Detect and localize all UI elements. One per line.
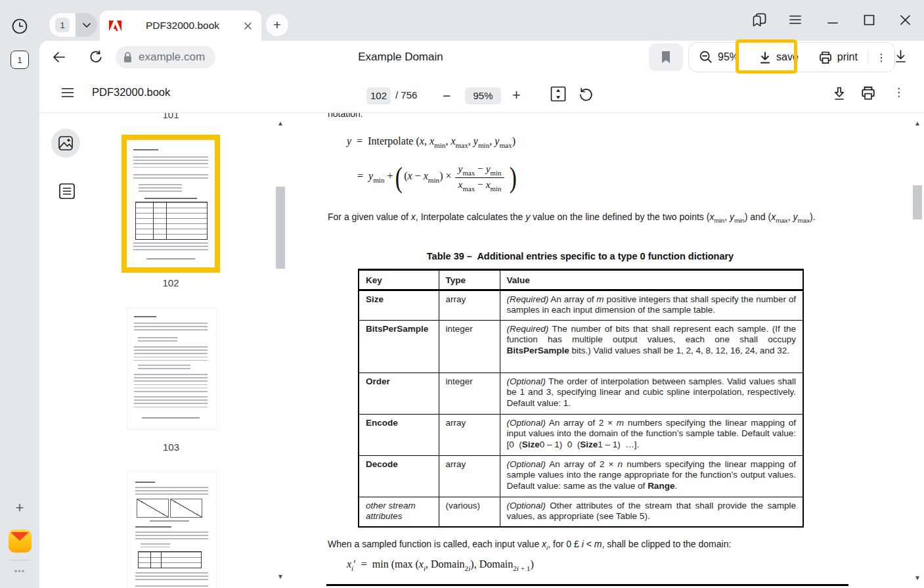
thumbnail-page-104[interactable]: [127, 472, 217, 588]
pdf-viewer: 101 102 103: [39, 113, 924, 588]
formula-prefix: = ymin +: [357, 170, 393, 184]
close-window-icon[interactable]: [896, 8, 913, 32]
zoom-control[interactable]: 95%: [689, 43, 749, 72]
main-scroll-up-icon[interactable]: ▲: [912, 120, 923, 127]
more-actions-icon[interactable]: ⋮: [868, 43, 894, 72]
url-bar[interactable]: example.com: [116, 46, 215, 68]
pdf-doc-title: PDF32000.book: [92, 86, 170, 99]
fit-page-icon[interactable]: [549, 85, 567, 103]
rail-divider: [9, 560, 30, 560]
rail-add-icon[interactable]: +: [12, 500, 28, 516]
image-icon: [57, 135, 74, 152]
fraction: ymax − ymin xmax − xmin: [455, 162, 505, 193]
interpolate-formula-line1: y = Interpolate (x, xmin, xmax, ymin, ym…: [347, 135, 516, 149]
print-label: print: [837, 51, 858, 63]
table39-caption: Table 39 – Additional entries specific t…: [358, 251, 803, 261]
save-button[interactable]: save: [749, 43, 808, 72]
col-type: Type: [439, 270, 500, 290]
lock-icon: [122, 51, 133, 64]
outline-view-button[interactable]: [56, 180, 78, 202]
page-actions-group: 95% save print ⋮: [688, 42, 895, 72]
url-text: example.com: [139, 51, 205, 64]
row-key: Encode: [359, 414, 439, 455]
tab-group-badge: 1: [55, 18, 70, 32]
main-scroll-down-icon[interactable]: ▼: [912, 574, 923, 581]
bookmark-button[interactable]: [649, 43, 683, 71]
tab-group-expand[interactable]: [76, 13, 97, 37]
yandex-mail-icon[interactable]: [9, 530, 32, 553]
row-key: Order: [359, 373, 439, 414]
chevron-down-icon: [82, 22, 91, 28]
pdf-toolbar: PDF32000.book 102 / 756 − 95% + ⋮: [39, 74, 924, 113]
pdf-print-icon[interactable]: [860, 85, 876, 101]
browser-window: { "glyphs": { "new_tab": "+", "minus": "…: [0, 0, 924, 588]
minimize-icon[interactable]: [824, 8, 841, 32]
tab-title: PDF32000.book: [121, 20, 244, 32]
table-row: Decode array (Optional) An array of 2 × …: [359, 455, 803, 497]
paragraph-interpolate: For a given value of x, Interpolate calc…: [328, 211, 835, 227]
main-scrollbar[interactable]: [913, 185, 922, 219]
zoom-label: 95%: [718, 51, 739, 63]
printer-icon: [818, 51, 833, 64]
next-table-top-border: [326, 584, 848, 586]
col-value: Value: [500, 270, 803, 290]
row-value: (Required) An array of m positive intege…: [500, 290, 803, 320]
pdf-download-icon[interactable]: [831, 85, 847, 102]
side-rail: 1 + •••: [0, 0, 39, 588]
tab-pdf32000[interactable]: PDF32000.book: [100, 11, 261, 41]
row-value: (Optional) An array of 2 × m numbers spe…: [500, 414, 803, 455]
clip-formula: xi′ = min (max (xi, Domain2i), Domain2i …: [347, 558, 534, 572]
paragraph-clipping: When a sampled function is called, each …: [328, 539, 853, 551]
thumb-scrollbar[interactable]: [276, 187, 285, 269]
maximize-icon[interactable]: [860, 8, 877, 32]
tab-close-icon[interactable]: [244, 22, 252, 30]
row-type: integer: [439, 373, 500, 414]
thumbnails-view-button[interactable]: [51, 129, 80, 158]
menu-icon[interactable]: [787, 8, 804, 32]
reload-icon[interactable]: [88, 49, 104, 65]
address-bar-row: example.com Example Domain 95% save: [39, 41, 924, 74]
downloads-icon[interactable]: [893, 48, 908, 64]
tab-strip: 1 PDF32000.book +: [39, 0, 924, 41]
row-type: array: [439, 290, 500, 320]
row-type: array: [439, 455, 500, 497]
fraction-denominator: xmax − xmin: [455, 177, 505, 193]
close-paren: ): [510, 161, 517, 194]
pdf-more-icon[interactable]: ⋮: [893, 85, 904, 99]
row-type: (various): [439, 497, 500, 527]
thumbnail-page-102[interactable]: [121, 135, 220, 273]
pdf-menu-icon[interactable]: [61, 87, 74, 98]
save-label: save: [776, 51, 799, 63]
history-icon[interactable]: [11, 18, 28, 35]
tab-group-control[interactable]: 1: [49, 13, 97, 37]
open-paren: (: [395, 161, 402, 194]
back-icon[interactable]: [51, 49, 67, 65]
table39: Key Type Value Size array (Required) An …: [358, 269, 804, 528]
col-key: Key: [359, 270, 439, 290]
print-button[interactable]: print: [808, 43, 868, 72]
new-tab-button[interactable]: +: [266, 14, 288, 36]
row-value: (Optional) Other attributes of the strea…: [500, 497, 803, 527]
workspace-button[interactable]: 1: [11, 51, 29, 69]
tab-group-count[interactable]: 1: [49, 13, 76, 37]
rotate-icon[interactable]: [578, 86, 594, 102]
bookmarks-panel-icon[interactable]: [751, 8, 768, 32]
thumbnail-page-103[interactable]: [127, 307, 217, 430]
notation-label: notation:: [328, 113, 363, 119]
formula-inner: (x − xmin) ×: [404, 170, 451, 184]
thumb-scroll-up-icon[interactable]: ▲: [275, 120, 286, 127]
row-value: (Optional) The order of interpolation be…: [500, 373, 803, 414]
thumbnail-label-102: 102: [121, 277, 220, 288]
interpolate-formula-line2: = ymin + ( (x − xmin) × ymax − ymin xmax…: [357, 159, 519, 196]
page-number-input[interactable]: 102: [366, 87, 391, 104]
thumbnail-label-101: 101: [121, 113, 220, 120]
thumb-scroll-down-icon[interactable]: ▼: [275, 573, 286, 580]
zoom-in-button[interactable]: +: [512, 87, 521, 104]
bookmark-icon: [661, 51, 671, 64]
zoom-out-button[interactable]: −: [443, 88, 451, 104]
pdf-zoom-value[interactable]: 95%: [465, 87, 501, 104]
thumbnail-label-103: 103: [117, 441, 225, 453]
row-key: Decode: [359, 455, 439, 497]
row-type: integer: [439, 320, 500, 373]
rail-more-icon[interactable]: •••: [10, 566, 30, 576]
